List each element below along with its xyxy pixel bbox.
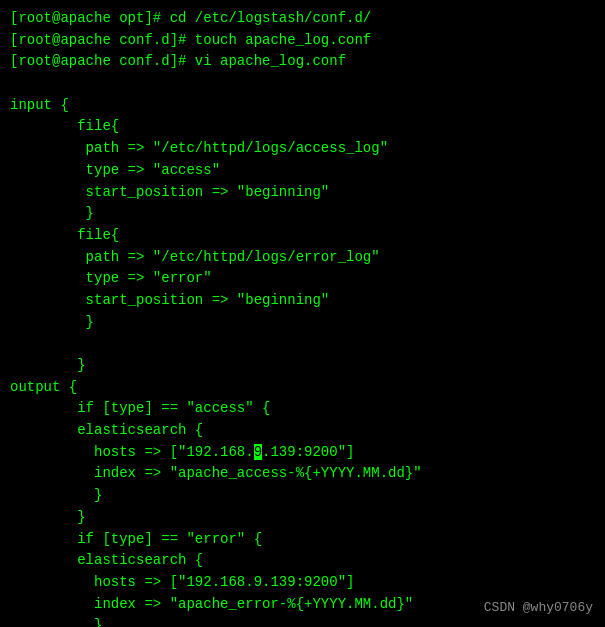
cmd-line-3: [root@apache conf.d]# vi apache_log.conf [10, 51, 595, 73]
code-line-input: input { [10, 95, 595, 117]
blank-1 [10, 73, 595, 95]
code-line-type1: type => "access" [10, 160, 595, 182]
code-line-file1-open: file{ [10, 116, 595, 138]
code-line-startpos1: start_position => "beginning" [10, 182, 595, 204]
cmd-line-1: [root@apache opt]# cd /etc/logstash/conf… [10, 8, 595, 30]
code-line-if-error: if [type] == "error" { [10, 529, 595, 551]
code-line-file2-close: } [10, 312, 595, 334]
code-line-file1-close: } [10, 203, 595, 225]
code-line-hosts1: hosts => ["192.168.9.139:9200"] [10, 442, 595, 464]
code-line-startpos2: start_position => "beginning" [10, 290, 595, 312]
watermark: CSDN @why0706y [484, 600, 593, 615]
code-line-index1: index => "apache_access-%{+YYYY.MM.dd}" [10, 463, 595, 485]
code-line-path1: path => "/etc/httpd/logs/access_log" [10, 138, 595, 160]
code-line-es2-open: elasticsearch { [10, 550, 595, 572]
code-line-es2-close: } [10, 615, 595, 627]
cursor: 9 [254, 444, 262, 460]
code-line-type2: type => "error" [10, 268, 595, 290]
code-line-es1-open: elasticsearch { [10, 420, 595, 442]
code-line-path2: path => "/etc/httpd/logs/error_log" [10, 247, 595, 269]
code-line-file2-open: file{ [10, 225, 595, 247]
code-line-input-close: } [10, 355, 595, 377]
code-line-output: output { [10, 377, 595, 399]
cmd-line-2: [root@apache conf.d]# touch apache_log.c… [10, 30, 595, 52]
code-line-hosts2: hosts => ["192.168.9.139:9200"] [10, 572, 595, 594]
code-line-es1-close: } [10, 485, 595, 507]
code-line-access-close: } [10, 507, 595, 529]
terminal-window: [root@apache opt]# cd /etc/logstash/conf… [0, 0, 605, 627]
blank-2 [10, 333, 595, 355]
code-line-if-access: if [type] == "access" { [10, 398, 595, 420]
